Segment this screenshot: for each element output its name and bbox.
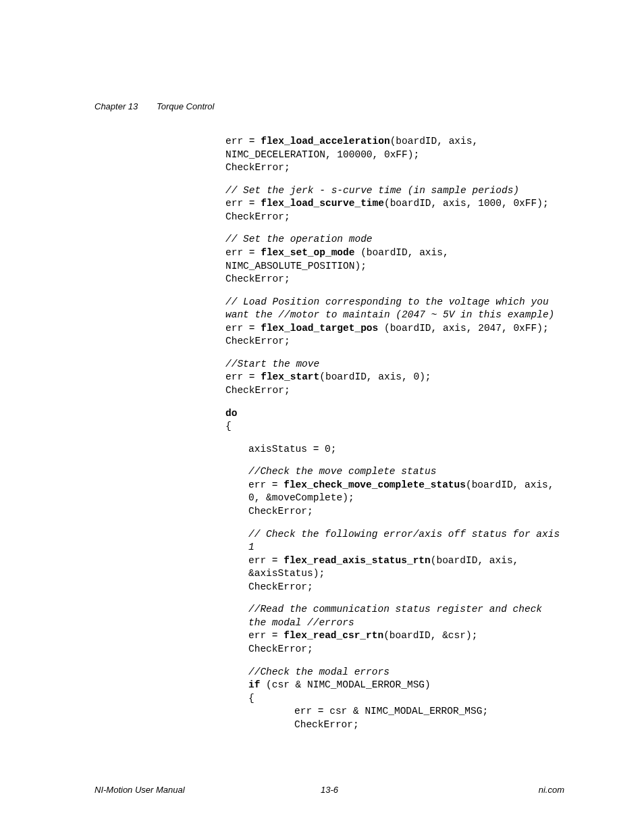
code-comment: // Check the following error/axis off st… [248, 529, 566, 553]
code-text: err = [225, 371, 261, 382]
code-block: //Read the communication status register… [225, 603, 564, 656]
code-comment: // Load Position corresponding to the vo… [225, 296, 554, 321]
code-text: err = [248, 555, 284, 566]
code-text: CheckError; [225, 336, 290, 346]
code-comment: //Start the move [225, 359, 319, 369]
code-fn: flex_read_csr_rtn [284, 630, 383, 641]
code-text: axisStatus = 0; [248, 444, 337, 454]
code-text: CheckError; [225, 162, 290, 173]
code-listing: err = flex_load_acceleration(boardID, ax… [225, 135, 564, 731]
code-text: CheckError; [225, 385, 290, 396]
code-text: err = [225, 247, 261, 258]
code-comment: // Set the operation mode [225, 234, 373, 244]
code-text: err = [225, 136, 261, 147]
code-block: err = csr & NIMC_MODAL_ERROR_MSG; CheckE… [225, 705, 564, 731]
code-fn: flex_set_op_mode [261, 247, 354, 258]
code-text: err = [248, 630, 284, 641]
code-fn: flex_check_move_complete_status [284, 479, 466, 490]
code-text: CheckError; [248, 581, 313, 592]
code-text: (boardID, axis, 0); [319, 371, 431, 382]
code-block: // Load Position corresponding to the vo… [225, 296, 564, 348]
code-block: // Set the jerk - s-curve time (in sampl… [225, 184, 564, 224]
code-text: err = csr & NIMC_MODAL_ERROR_MSG; [294, 706, 488, 716]
code-fn: flex_start [261, 371, 319, 382]
code-text: (boardID, axis, 2047, 0xFF); [378, 323, 548, 334]
code-block: err = flex_load_acceleration(boardID, ax… [225, 135, 564, 175]
code-text: err = [225, 323, 261, 334]
chapter-label: Chapter 13 [95, 101, 138, 111]
code-comment: //Check the move complete status [248, 466, 436, 477]
code-block: //Check the modal errors if (csr & NIMC_… [225, 666, 564, 706]
code-text: (boardID, axis, 1000, 0xFF); [384, 198, 549, 209]
footer-page-number: 13-6 [95, 785, 564, 795]
code-text: CheckError; [225, 273, 290, 284]
page-header: Chapter 13 Torque Control [95, 101, 564, 111]
code-text: (boardID, &csr); [383, 630, 477, 641]
code-text: CheckError; [248, 644, 313, 654]
code-text: CheckError; [294, 719, 359, 730]
code-text: { [248, 693, 254, 704]
code-text: { [225, 421, 232, 432]
code-block: // Set the operation mode err = flex_set… [225, 233, 564, 286]
code-text: CheckError; [225, 211, 290, 222]
code-text: (csr & NIMC_MODAL_ERROR_MSG) [260, 679, 430, 690]
page-footer: NI-Motion User Manual 13-6 ni.com [95, 785, 564, 795]
code-comment: // Set the jerk - s-curve time (in sampl… [225, 185, 519, 196]
code-fn: flex_read_axis_status_rtn [284, 555, 431, 566]
code-block: // Check the following error/axis off st… [225, 528, 564, 594]
code-text: err = [225, 198, 261, 209]
code-comment: //Check the modal errors [248, 667, 390, 677]
code-keyword: do [225, 408, 237, 419]
code-fn: flex_load_scurve_time [261, 198, 384, 209]
chapter-title: Torque Control [157, 101, 215, 111]
code-fn: flex_load_target_pos [261, 323, 378, 334]
code-text: CheckError; [248, 506, 313, 517]
code-block: //Start the move err = flex_start(boardI… [225, 358, 564, 398]
code-comment: //Read the communication status register… [248, 604, 548, 628]
code-block: do { [225, 407, 564, 434]
code-text: err = [248, 479, 284, 490]
code-fn: flex_load_acceleration [261, 136, 390, 147]
code-block: axisStatus = 0; [225, 443, 564, 457]
code-block: //Check the move complete status err = f… [225, 465, 564, 518]
code-keyword: if [248, 679, 260, 690]
